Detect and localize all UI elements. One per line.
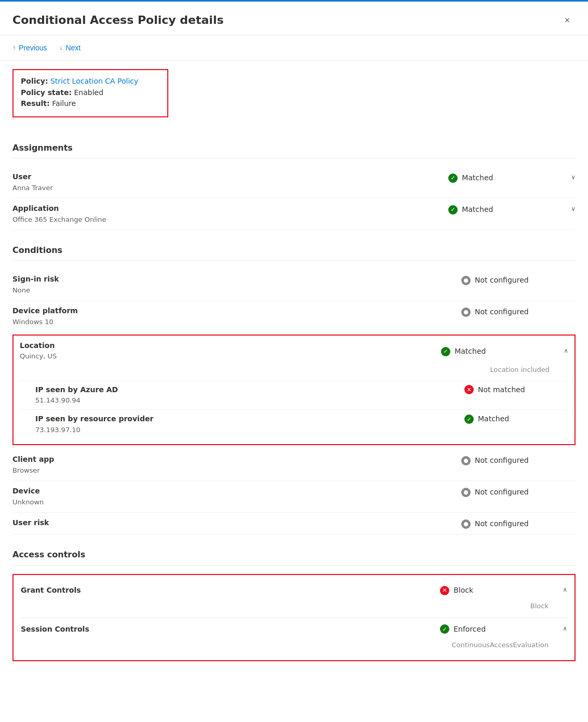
policy-name-line: Policy: Strict Location CA Policy [21, 76, 160, 87]
client-app-status-icon: ● [461, 456, 471, 465]
grant-controls-expand[interactable]: ∧ [563, 585, 567, 594]
user-status-icon: ✓ [448, 173, 458, 183]
user-risk-status: ● Not configured [461, 518, 576, 529]
sign-in-risk-status: ● Not configured [461, 274, 576, 286]
location-status-icon: ✓ [441, 347, 450, 356]
grant-controls-status-text: Block [453, 585, 473, 596]
user-left: User Anna Traver [12, 172, 448, 193]
application-status-icon: ✓ [448, 205, 458, 215]
device-row: Device Unknown ● Not configured [12, 481, 576, 513]
location-resource-status-text: Matched [478, 414, 509, 424]
session-controls-row: Session Controls ✓ Enforced ∧ [21, 620, 567, 639]
application-left: Application Office 365 Exchange Online [12, 204, 448, 224]
user-risk-label: User risk [12, 518, 461, 528]
application-label: Application [12, 204, 448, 214]
assignments-section-header: Assignments [12, 142, 576, 154]
location-resource-ip: 73.193.97.10 [35, 425, 464, 435]
session-controls-left: Session Controls [21, 624, 440, 635]
user-risk-status-text: Not configured [475, 519, 529, 529]
policy-info-box: Policy: Strict Location CA Policy Policy… [12, 69, 168, 117]
user-expand[interactable]: ∨ [571, 172, 576, 182]
location-resource-left: IP seen by resource provider 73.193.97.1… [35, 414, 464, 435]
location-left: Location Quincy, US [20, 341, 441, 362]
policy-state-value: Enabled [74, 88, 104, 97]
location-resource-status: ✓ Matched [464, 414, 568, 424]
user-status-text: Matched [462, 173, 493, 183]
location-sub-row-azure: IP seen by Azure AD 51.143.90.94 ✕ Not m… [20, 380, 568, 410]
previous-button[interactable]: ↑ Previous [12, 42, 47, 54]
next-button[interactable]: ↓ Next [59, 42, 81, 54]
application-status-text: Matched [462, 205, 493, 215]
device-platform-left: Device platform Windows 10 [12, 306, 461, 327]
session-controls-status-text: Enforced [453, 624, 486, 635]
location-azure-left: IP seen by Azure AD 51.143.90.94 [35, 385, 464, 406]
client-app-row: Client app Browser ● Not configured [12, 449, 576, 481]
location-resource-status-icon: ✓ [464, 415, 474, 424]
policy-result-line: Result: Failure [21, 99, 160, 109]
close-button[interactable]: × [559, 12, 576, 29]
location-label: Location [20, 341, 441, 351]
conditions-divider [12, 260, 576, 261]
session-controls-sub-label: ContinuousAccessEvaluation [21, 638, 567, 654]
conditional-access-panel: Conditional Access Policy details × ↑ Pr… [0, 0, 588, 722]
application-status: ✓ Matched [448, 204, 563, 215]
device-platform-status-text: Not configured [475, 307, 529, 317]
device-platform-value: Windows 10 [12, 317, 461, 327]
conditions-section-header: Conditions [12, 245, 576, 256]
location-main-row: Location Quincy, US ✓ Matched ∧ [20, 341, 568, 362]
session-controls-status-icon: ✓ [440, 624, 449, 634]
policy-state-line: Policy state: Enabled [21, 88, 160, 98]
user-value: Anna Traver [12, 183, 448, 193]
sign-in-risk-row: Sign-in risk None ● Not configured [12, 269, 576, 301]
location-box: Location Quincy, US ✓ Matched ∧ Location… [12, 335, 576, 446]
policy-link[interactable]: Strict Location CA Policy [50, 77, 138, 85]
grant-controls-status: ✕ Block [440, 585, 554, 596]
previous-label: Previous [19, 44, 47, 52]
next-arrow: ↓ [59, 44, 62, 51]
sign-in-risk-status-icon: ● [461, 276, 471, 285]
location-expand[interactable]: ∧ [564, 346, 568, 355]
location-resource-label: IP seen by resource provider [35, 414, 464, 424]
client-app-status-text: Not configured [475, 456, 529, 466]
location-status-text: Matched [455, 346, 486, 357]
location-value: Quincy, US [20, 352, 441, 361]
location-azure-ip: 51.143.90.94 [35, 396, 464, 405]
client-app-left: Client app Browser [12, 454, 461, 475]
access-divider [21, 618, 567, 618]
grant-controls-status-icon: ✕ [440, 586, 449, 595]
session-controls-label: Session Controls [21, 624, 440, 635]
sign-in-risk-value: None [12, 286, 461, 295]
previous-arrow: ↑ [12, 44, 16, 51]
policy-label: Policy: [21, 77, 48, 85]
policy-result-value: Failure [52, 99, 76, 108]
user-risk-row: User risk ● Not configured [12, 513, 576, 535]
device-status-icon: ● [461, 488, 471, 497]
session-controls-expand[interactable]: ∧ [563, 624, 567, 633]
device-label: Device [12, 486, 461, 497]
grant-controls-left: Grant Controls [21, 585, 440, 596]
session-controls-status: ✓ Enforced [440, 624, 554, 635]
device-platform-label: Device platform [12, 306, 461, 316]
grant-controls-row: Grant Controls ✕ Block ∧ [21, 581, 567, 600]
nav-bar: ↑ Previous ↓ Next [0, 35, 588, 61]
application-expand[interactable]: ∨ [571, 204, 576, 213]
device-platform-row: Device platform Windows 10 ● Not configu… [12, 301, 576, 332]
user-row: User Anna Traver ✓ Matched ∨ [12, 167, 576, 198]
user-label: User [12, 172, 448, 182]
sign-in-risk-status-text: Not configured [475, 275, 529, 286]
device-platform-status-icon: ● [461, 307, 471, 317]
client-app-value: Browser [12, 466, 461, 475]
panel-header: Conditional Access Policy details × [0, 2, 588, 35]
location-sub-label: Location included [20, 365, 568, 375]
sign-in-risk-left: Sign-in risk None [12, 274, 461, 295]
access-controls-divider [12, 565, 576, 566]
location-sub-row-resource: IP seen by resource provider 73.193.97.1… [20, 409, 568, 439]
application-value: Office 365 Exchange Online [12, 215, 448, 224]
device-platform-status: ● Not configured [461, 306, 576, 317]
assignments-divider [12, 158, 576, 158]
grant-controls-label: Grant Controls [21, 585, 440, 596]
location-azure-label: IP seen by Azure AD [35, 385, 464, 395]
location-azure-status: ✕ Not matched [464, 385, 568, 395]
location-section: Location Quincy, US ✓ Matched ∧ Location… [12, 335, 576, 446]
location-status: ✓ Matched [441, 345, 555, 357]
